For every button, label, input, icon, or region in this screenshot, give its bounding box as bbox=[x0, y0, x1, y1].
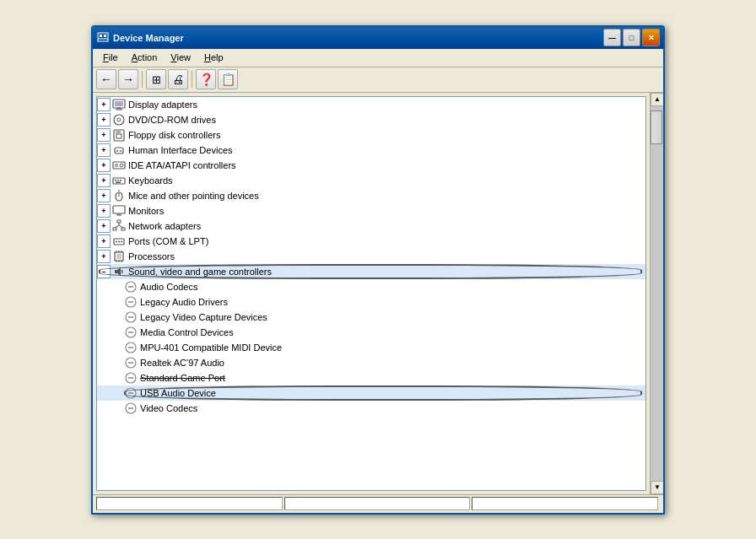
svg-rect-44 bbox=[116, 254, 122, 259]
title-bar: Device Manager — □ ✕ bbox=[93, 27, 663, 49]
svg-point-10 bbox=[114, 115, 124, 125]
help-button[interactable]: 📋 bbox=[218, 69, 238, 89]
floppy-label: Floppy disk controllers bbox=[128, 130, 220, 140]
svg-point-11 bbox=[117, 118, 121, 121]
expander-hid[interactable]: + bbox=[97, 143, 111, 157]
tree-item-monitors[interactable]: + Monitors bbox=[97, 203, 645, 218]
toolbar-separator-1 bbox=[142, 71, 143, 88]
svg-rect-13 bbox=[116, 130, 121, 133]
tree-item-dvd[interactable]: + DVD/CD-ROM drives bbox=[97, 112, 645, 127]
tree-item-audio-codecs[interactable]: Audio Codecs bbox=[97, 279, 645, 294]
svg-rect-15 bbox=[115, 148, 123, 154]
print-button[interactable]: 🖨 bbox=[168, 69, 188, 89]
svg-rect-22 bbox=[115, 180, 116, 181]
expander-ide[interactable]: + bbox=[97, 159, 111, 172]
expander-sound[interactable]: – bbox=[97, 265, 111, 278]
tree-item-ide[interactable]: + IDE ATA/ATAPI controllers bbox=[97, 158, 645, 173]
tree-item-network[interactable]: + Network adapters bbox=[97, 218, 645, 234]
svg-point-41 bbox=[118, 240, 120, 242]
tree-item-media-control[interactable]: Media Control Devices bbox=[97, 325, 645, 340]
tree-item-keyboards[interactable]: + Keyboards bbox=[97, 173, 645, 188]
tree-item-legacy-video[interactable]: Legacy Video Capture Devices bbox=[97, 310, 645, 325]
tree-item-legacy-audio[interactable]: Legacy Audio Drivers bbox=[97, 294, 645, 310]
back-button[interactable]: ← bbox=[96, 69, 116, 89]
svg-rect-25 bbox=[116, 181, 121, 183]
legacy-audio-icon bbox=[124, 295, 138, 309]
scrollbar[interactable]: ▲ ▼ bbox=[650, 93, 663, 494]
mice-icon bbox=[112, 189, 126, 202]
keyboards-icon bbox=[112, 174, 126, 187]
tree-item-hid[interactable]: + Human Interface Devices bbox=[97, 143, 645, 158]
help-icon: 📋 bbox=[221, 73, 235, 86]
expander-display[interactable]: + bbox=[97, 98, 111, 111]
device-tree-button[interactable]: ⊞ bbox=[146, 69, 166, 89]
svg-rect-14 bbox=[116, 134, 122, 138]
scroll-up-button[interactable]: ▲ bbox=[651, 93, 663, 106]
tree-item-processors[interactable]: + Processors bbox=[97, 249, 645, 264]
menu-action[interactable]: Action bbox=[125, 51, 165, 64]
mice-label: Mice and other pointing devices bbox=[128, 191, 259, 201]
minimize-button[interactable]: — bbox=[603, 29, 621, 46]
device-manager-window: Device Manager — □ ✕ File Action View He… bbox=[91, 25, 665, 515]
monitors-label: Monitors bbox=[128, 206, 164, 216]
expander-network[interactable]: + bbox=[97, 219, 111, 233]
window-title: Device Manager bbox=[113, 33, 603, 43]
svg-rect-1 bbox=[100, 35, 102, 37]
menu-help[interactable]: Help bbox=[197, 51, 230, 64]
processors-icon bbox=[112, 250, 126, 263]
svg-rect-23 bbox=[117, 180, 119, 181]
tree-item-sound[interactable]: – Sound, video and game controllers bbox=[97, 264, 645, 279]
dvd-icon bbox=[112, 113, 126, 127]
hid-label: Human Interface Devices bbox=[128, 145, 233, 155]
legacy-audio-label: Legacy Audio Drivers bbox=[140, 297, 228, 307]
svg-point-16 bbox=[116, 150, 118, 152]
tree-item-standard-game[interactable]: Standard Game Port bbox=[97, 370, 645, 385]
svg-rect-0 bbox=[98, 33, 108, 41]
menu-view[interactable]: View bbox=[164, 51, 197, 64]
tree-item-mice[interactable]: + Mice and other pointing devices bbox=[97, 188, 645, 203]
scroll-thumb[interactable] bbox=[651, 110, 662, 144]
expander-monitors[interactable]: + bbox=[97, 204, 111, 218]
properties-button[interactable]: ❓ bbox=[196, 69, 216, 89]
close-button[interactable]: ✕ bbox=[642, 29, 660, 46]
standard-game-icon bbox=[124, 371, 138, 385]
svg-rect-5 bbox=[115, 101, 123, 106]
svg-rect-33 bbox=[117, 220, 121, 223]
expander-dvd[interactable]: + bbox=[97, 113, 111, 127]
dvd-label: DVD/CD-ROM drives bbox=[128, 115, 216, 125]
ide-icon bbox=[112, 159, 126, 172]
audio-codecs-icon bbox=[124, 280, 138, 294]
forward-button[interactable]: → bbox=[118, 69, 138, 89]
expander-processors[interactable]: + bbox=[97, 250, 111, 263]
tree-item-usb-audio[interactable]: USB Audio Device bbox=[97, 385, 645, 401]
keyboards-label: Keyboards bbox=[128, 175, 173, 186]
expander-floppy[interactable]: + bbox=[97, 128, 111, 142]
scroll-track[interactable] bbox=[651, 106, 663, 481]
tree-item-realtek[interactable]: Realtek AC'97 Audio bbox=[97, 355, 645, 370]
tree-item-video-codecs[interactable]: Video Codecs bbox=[97, 401, 645, 416]
network-icon bbox=[112, 219, 126, 233]
monitors-icon bbox=[112, 204, 126, 218]
maximize-button[interactable]: □ bbox=[623, 29, 640, 46]
tree-item-mpu401[interactable]: MPU-401 Compatible MIDI Device bbox=[97, 340, 645, 355]
mpu401-icon bbox=[124, 341, 138, 354]
usb-audio-icon bbox=[124, 386, 138, 400]
svg-point-17 bbox=[120, 150, 122, 152]
tree-item-ports[interactable]: + Ports (COM & LPT) bbox=[97, 234, 645, 249]
scroll-down-button[interactable]: ▼ bbox=[651, 481, 663, 494]
expander-ports[interactable]: + bbox=[97, 234, 111, 248]
mpu401-label: MPU-401 Compatible MIDI Device bbox=[140, 342, 282, 353]
legacy-video-label: Legacy Video Capture Devices bbox=[140, 312, 267, 322]
expander-keyboards[interactable]: + bbox=[97, 174, 111, 187]
network-label: Network adapters bbox=[128, 221, 201, 231]
media-control-label: Media Control Devices bbox=[140, 327, 234, 337]
tree-item-display-adapters[interactable]: + Display adapters bbox=[97, 97, 645, 112]
toolbar-separator-2 bbox=[192, 71, 192, 88]
forward-icon: → bbox=[122, 73, 134, 86]
expander-mice[interactable]: + bbox=[97, 189, 111, 202]
menu-file[interactable]: File bbox=[96, 51, 125, 64]
tree-item-floppy[interactable]: + Floppy disk controllers bbox=[97, 127, 645, 143]
status-bar bbox=[93, 494, 663, 513]
device-tree[interactable]: + Display adapters + DVD/CD-ROM drives + bbox=[96, 96, 646, 491]
window-controls: — □ ✕ bbox=[603, 29, 660, 46]
